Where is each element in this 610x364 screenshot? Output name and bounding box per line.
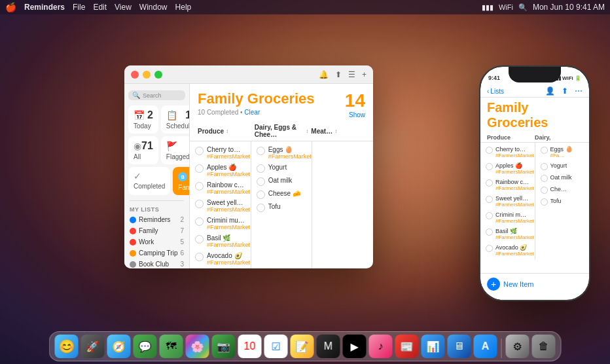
dock-notes[interactable]: 📝 bbox=[291, 335, 314, 358]
dock-messages[interactable]: 💬 bbox=[134, 335, 157, 358]
dock-launchpad[interactable]: 🚀 bbox=[81, 335, 105, 358]
item-checkbox[interactable] bbox=[486, 212, 493, 219]
show-button[interactable]: Show bbox=[345, 111, 365, 118]
item-checkbox[interactable] bbox=[541, 198, 548, 206]
dock-keynote[interactable]: 🖥 bbox=[448, 335, 471, 358]
item-checkbox[interactable] bbox=[195, 253, 204, 261]
dock-appstore[interactable]: A bbox=[474, 335, 497, 358]
item-checkbox[interactable] bbox=[257, 164, 265, 173]
item-checkbox[interactable] bbox=[486, 228, 493, 236]
flagged-smart-card[interactable]: 🚩 2 Flagged bbox=[161, 136, 190, 164]
file-menu[interactable]: File bbox=[73, 3, 85, 12]
list-item[interactable]: Cherry tomatoes 🍅 #FarmersMarket bbox=[190, 144, 251, 162]
list-item[interactable]: Sweet yellow onion 🧅 #FarmersMarket bbox=[190, 197, 251, 215]
dock-numbers[interactable]: 📊 bbox=[422, 335, 445, 358]
item-checkbox[interactable] bbox=[195, 182, 204, 191]
item-checkbox[interactable] bbox=[195, 217, 204, 226]
list-item[interactable]: Tofu bbox=[535, 196, 590, 208]
item-checkbox[interactable] bbox=[257, 147, 265, 155]
minimize-button[interactable] bbox=[143, 71, 151, 79]
item-checkbox[interactable] bbox=[486, 163, 493, 170]
view-options-icon[interactable]: ☰ bbox=[348, 70, 355, 79]
dock-photos[interactable]: 🌸 bbox=[186, 335, 209, 358]
share-icon[interactable]: ⬆ bbox=[335, 70, 342, 79]
item-checkbox[interactable] bbox=[257, 191, 265, 199]
item-checkbox[interactable] bbox=[486, 245, 493, 252]
list-item[interactable]: Basil 🌿 #FarmersMarket bbox=[480, 226, 535, 242]
list-item[interactable]: Eggs 🥚 #Fa… bbox=[535, 144, 590, 160]
meat-col-header[interactable]: Meat… ↕ bbox=[311, 124, 365, 138]
item-checkbox[interactable] bbox=[541, 175, 548, 182]
view-menu[interactable]: View bbox=[115, 3, 132, 12]
iphone-share-icon[interactable]: ⬆ bbox=[562, 86, 568, 96]
dock-music[interactable]: ♪ bbox=[369, 335, 393, 358]
maximize-button[interactable] bbox=[154, 71, 162, 79]
dock-news[interactable]: 📰 bbox=[395, 335, 419, 358]
today-smart-card[interactable]: 📅 2 Today bbox=[128, 105, 158, 134]
list-item[interactable]: Apples 🍎 #FarmersMarket bbox=[480, 160, 535, 177]
list-item[interactable]: Che… bbox=[535, 184, 590, 196]
list-item[interactable]: Crimini mushrooms 🍄 #FarmersMarket bbox=[190, 215, 251, 232]
list-item[interactable]: Cheese 🧀 bbox=[251, 188, 312, 201]
window-menu[interactable]: Window bbox=[139, 3, 168, 12]
list-item[interactable]: Oat milk bbox=[535, 172, 590, 184]
dock-reminders[interactable]: ☑ bbox=[264, 335, 288, 358]
dock-settings[interactable]: ⚙ bbox=[506, 335, 529, 358]
iphone-ellipsis-icon[interactable]: ⋯ bbox=[575, 86, 583, 96]
list-item[interactable]: Apples 🍎 #FarmersMarket bbox=[190, 162, 251, 179]
item-checkbox[interactable] bbox=[541, 147, 548, 154]
list-item[interactable]: Yogurt bbox=[535, 160, 590, 172]
sidebar-item-family[interactable]: Family 7 bbox=[124, 225, 189, 236]
dock-finder[interactable]: 😊 bbox=[55, 335, 79, 358]
sidebar-item-reminders[interactable]: Reminders 2 bbox=[124, 214, 189, 225]
help-menu[interactable]: Help bbox=[175, 3, 192, 12]
edit-menu[interactable]: Edit bbox=[93, 3, 107, 12]
dairy-col-header[interactable]: Dairy, Eggs & Chee… ↕ bbox=[255, 124, 309, 138]
new-item-button[interactable]: + New Item bbox=[480, 273, 589, 295]
item-checkbox[interactable] bbox=[486, 179, 493, 187]
item-checkbox[interactable] bbox=[486, 196, 493, 203]
produce-col-header[interactable]: Produce ↕ bbox=[198, 124, 252, 138]
apple-menu[interactable]: 🍎 bbox=[5, 2, 16, 12]
item-checkbox[interactable] bbox=[541, 187, 548, 194]
item-checkbox[interactable] bbox=[486, 147, 493, 154]
add-reminder-icon[interactable]: + bbox=[362, 70, 367, 79]
dock-facetime[interactable]: 📷 bbox=[212, 335, 236, 358]
list-item[interactable]: Cherry tomatoes 🍅 #FarmersMarket bbox=[480, 144, 535, 160]
sidebar-item-work[interactable]: Work 5 bbox=[124, 236, 189, 247]
dock-safari[interactable]: 🧭 bbox=[107, 335, 131, 358]
dock-mc[interactable]: M bbox=[317, 335, 340, 358]
list-item[interactable]: Crimini mushrooms 🍄 #FarmersMarket bbox=[480, 209, 535, 226]
family-smart-card[interactable]: B C 14 Family... bbox=[173, 167, 190, 195]
item-checkbox[interactable] bbox=[257, 177, 265, 186]
search-icon[interactable]: 🔍 bbox=[518, 3, 528, 12]
item-checkbox[interactable] bbox=[195, 147, 204, 155]
list-item[interactable]: Tofu bbox=[251, 201, 312, 214]
scheduled-smart-card[interactable]: 📋 14 Scheduled bbox=[161, 105, 190, 134]
notifications-icon[interactable]: 🔔 bbox=[319, 70, 329, 79]
sidebar-item-camping[interactable]: Camping Trip 6 bbox=[124, 247, 189, 259]
list-item[interactable]: Rainbow carrots 🥕 #FarmersMarket bbox=[190, 179, 251, 197]
all-smart-card[interactable]: ◉ 71 All bbox=[128, 136, 158, 164]
dock-maps[interactable]: 🗺 bbox=[160, 335, 183, 358]
dock-trash[interactable]: 🗑 bbox=[532, 335, 556, 358]
dock-calendar[interactable]: 10 bbox=[238, 335, 262, 358]
back-button[interactable]: ‹ Lists bbox=[487, 88, 504, 95]
list-item[interactable]: Avocado 🥑 #FarmersMarket bbox=[190, 250, 251, 268]
list-item[interactable]: Avocado 🥑 #FarmersMarket bbox=[480, 242, 535, 259]
list-item[interactable]: Sweet yellow onion 🧅 #FarmersMarket bbox=[480, 193, 535, 209]
list-item[interactable]: Yogurt bbox=[251, 162, 312, 175]
clear-button[interactable]: Clear bbox=[244, 109, 260, 116]
item-checkbox[interactable] bbox=[195, 164, 204, 173]
item-checkbox[interactable] bbox=[257, 204, 265, 212]
list-item[interactable]: Basil 🌿 #FarmersMarket bbox=[190, 232, 251, 250]
close-button[interactable] bbox=[131, 71, 139, 79]
list-item[interactable]: Eggs 🥚 #FarmersMarket bbox=[251, 144, 312, 162]
item-checkbox[interactable] bbox=[195, 200, 204, 208]
iphone-person-icon[interactable]: 👤 bbox=[545, 86, 555, 96]
sidebar-item-bookclub[interactable]: Book Club 3 bbox=[124, 259, 189, 268]
item-checkbox[interactable] bbox=[541, 163, 548, 170]
list-item[interactable]: Rainbow carrots 🥕 #FarmersMarket bbox=[480, 177, 535, 193]
search-input[interactable]: 🔍 Search bbox=[128, 90, 185, 100]
list-item[interactable]: Oat milk bbox=[251, 175, 312, 188]
